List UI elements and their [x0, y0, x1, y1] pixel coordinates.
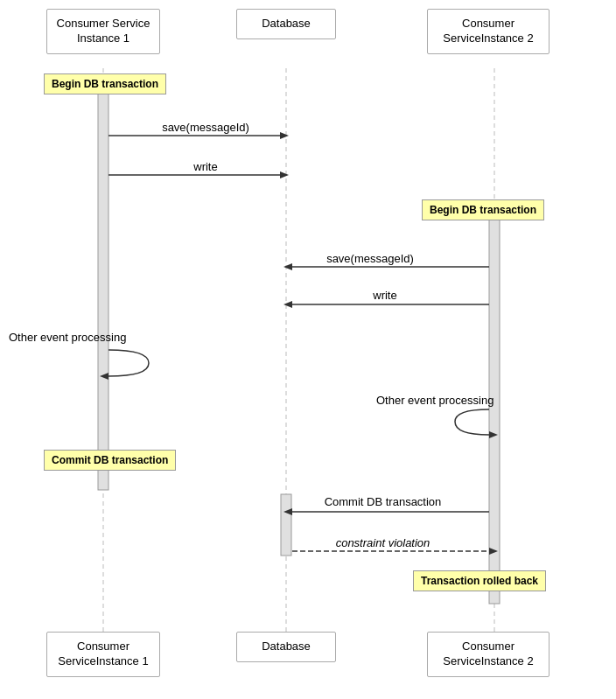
actor-instance1-top-label: Consumer ServiceInstance 1: [57, 17, 150, 45]
svg-rect-3: [98, 81, 108, 490]
note-begin-db-2: Begin DB transaction: [422, 199, 544, 220]
svg-marker-19: [489, 548, 498, 555]
msg-write-1: write: [131, 160, 280, 173]
actor-database-bot-label: Database: [262, 640, 311, 653]
svg-rect-5: [281, 494, 291, 556]
actor-instance2-bot-label: Consumer ServiceInstance 2: [443, 640, 533, 668]
msg-save-messageid-2: save(messageId): [296, 252, 444, 265]
svg-marker-7: [280, 132, 289, 139]
actor-instance1-bot-label: Consumer ServiceInstance 1: [58, 640, 148, 668]
svg-marker-11: [284, 263, 292, 270]
actor-database-bot: Database: [236, 632, 336, 662]
svg-marker-13: [284, 301, 292, 308]
msg-constraint-violation: constraint violation: [302, 536, 464, 549]
msg-write-2: write: [311, 289, 459, 302]
svg-marker-9: [280, 171, 289, 178]
msg-other-event-1: Other event processing: [9, 331, 144, 344]
svg-marker-17: [284, 508, 292, 515]
note-transaction-rolled-back: Transaction rolled back: [413, 570, 546, 591]
svg-marker-15: [489, 431, 498, 438]
actor-instance2-top: Consumer ServiceInstance 2: [427, 9, 550, 54]
actor-instance1-bot: Consumer ServiceInstance 1: [46, 632, 160, 677]
msg-other-event-2: Other event processing: [376, 394, 542, 407]
note-commit-db-1: Commit DB transaction: [44, 450, 176, 471]
actor-instance1-top: Consumer ServiceInstance 1: [46, 9, 160, 54]
sequence-diagram: Consumer ServiceInstance 1 Database Cons…: [0, 0, 616, 699]
actor-instance2-bot: Consumer ServiceInstance 2: [427, 632, 550, 677]
msg-save-messageid-1: save(messageId): [131, 121, 280, 134]
diagram-svg: [0, 0, 616, 699]
actor-database-top: Database: [236, 9, 336, 39]
svg-marker-14: [100, 373, 108, 380]
note-begin-db-1: Begin DB transaction: [44, 73, 166, 94]
actor-instance2-top-label: Consumer ServiceInstance 2: [443, 17, 533, 45]
msg-commit-db-2: Commit DB transaction: [302, 495, 464, 508]
actor-database-top-label: Database: [262, 17, 311, 30]
